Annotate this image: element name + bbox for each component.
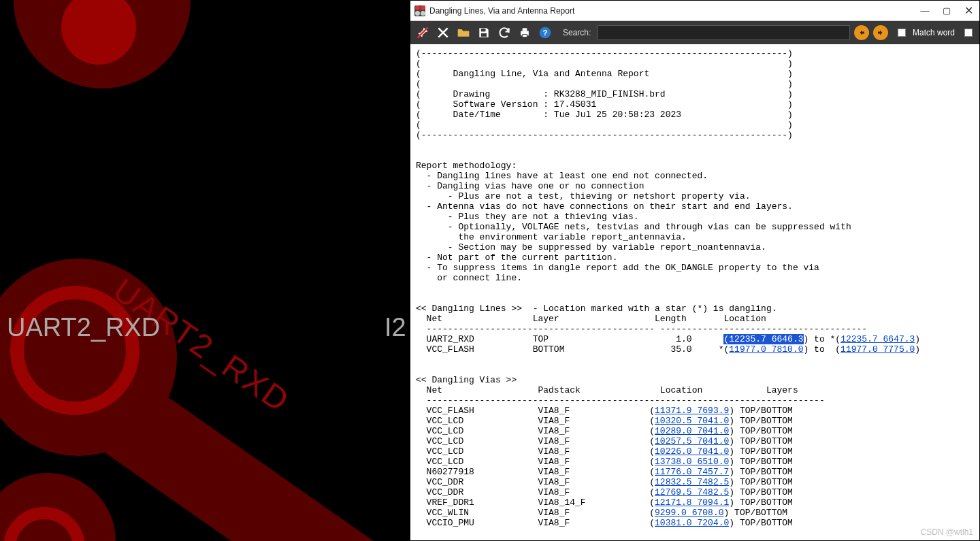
search-input[interactable] [598, 25, 850, 40]
svg-rect-2 [481, 33, 487, 37]
dangling-line-location[interactable]: 11977.0 7810.0 [729, 344, 803, 355]
svg-rect-4 [523, 28, 527, 31]
match-word-checkbox[interactable] [898, 29, 906, 37]
app-icon [414, 5, 425, 16]
dangling-via-location[interactable]: 12171.8 7094.1 [655, 497, 729, 508]
pcb-canvas: UART2_RXD UART2_RXD I2 [0, 0, 410, 541]
dangling-via-location[interactable]: 11371.9 7693.9 [655, 406, 729, 416]
net-label: I2 [385, 313, 406, 342]
dangling-line-location[interactable]: (12235.7 6646.3 [723, 334, 803, 344]
dangling-via-location[interactable]: 10257.5 7041.0 [655, 436, 729, 446]
dangling-via-location[interactable]: 11776.0 7457.7 [655, 467, 729, 477]
prev-match-button[interactable] [854, 25, 869, 40]
next-match-button[interactable] [873, 25, 888, 40]
dangling-via-location[interactable]: 12769.5 7482.5 [655, 487, 729, 497]
svg-text:?: ? [542, 28, 547, 37]
help-icon[interactable]: ? [537, 24, 553, 41]
dangling-via-location[interactable]: 9299.0 6708.0 [655, 508, 723, 518]
dangling-via-location[interactable]: 10320.5 7041.0 [655, 416, 729, 426]
close-button[interactable]: ✕ [958, 4, 979, 17]
dangling-via-location[interactable]: 10289.0 7041.0 [655, 426, 729, 436]
titlebar[interactable]: Dangling Lines, Via and Antenna Report —… [410, 1, 979, 21]
dangling-via-location[interactable]: 12832.5 7482.5 [655, 477, 729, 487]
extra-checkbox[interactable] [964, 29, 973, 37]
svg-rect-5 [523, 35, 527, 37]
svg-rect-1 [481, 29, 486, 31]
window-title: Dangling Lines, Via and Antenna Report [429, 6, 574, 16]
dangling-via-location[interactable]: 10226.0 7041.0 [655, 446, 729, 457]
toolbar: ? Search: Match word [410, 21, 979, 44]
dangling-via-location[interactable]: 10381.0 7204.0 [655, 518, 729, 528]
close-icon[interactable] [435, 24, 451, 41]
net-label: UART2_RXD [7, 313, 160, 342]
report-body[interactable]: (---------------------------------------… [410, 44, 979, 540]
match-word-label: Match word [913, 28, 955, 37]
refresh-icon[interactable] [496, 24, 512, 41]
minimize-button[interactable]: — [914, 5, 936, 16]
dangling-line-location[interactable]: 12235.7 6647.3 [840, 334, 915, 344]
watermark: CSDN @wtlh1 [920, 527, 973, 537]
save-icon[interactable] [476, 24, 492, 41]
open-folder-icon[interactable] [455, 24, 472, 41]
maximize-button[interactable]: ▢ [936, 5, 958, 16]
report-window: Dangling Lines, Via and Antenna Report —… [410, 0, 980, 541]
dangling-line-location[interactable]: 11977.0 7775.0 [840, 344, 915, 355]
search-label: Search: [563, 28, 591, 37]
svg-line-0 [418, 28, 428, 38]
print-icon[interactable] [517, 24, 533, 41]
dangling-via-location[interactable]: 13738.0 6510.0 [655, 457, 729, 467]
pin-icon[interactable] [414, 24, 431, 41]
